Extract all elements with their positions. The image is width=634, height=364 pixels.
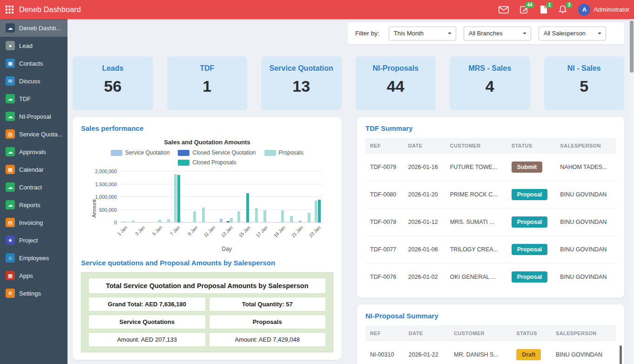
column-header-customer: CUSTOMER	[445, 138, 507, 154]
sidebar-item-settings[interactable]: ⚙Settings	[0, 284, 67, 302]
sidebar-item-ni-proposal[interactable]: ☁NI-Proposal	[0, 108, 67, 125]
sidebar-item-apps[interactable]: ▦Apps	[0, 267, 67, 284]
legend-item[interactable]: Proposals	[264, 149, 304, 156]
project-icon: ★	[6, 236, 15, 245]
kpi-card-ni-sales[interactable]: NI - Sales5	[544, 56, 625, 110]
compose-icon[interactable]: 44	[520, 5, 529, 14]
filter-select-salesperson[interactable]: All Salesperson	[539, 27, 606, 40]
chart-bar	[177, 175, 180, 222]
column-header-salesperson: SALESPERSON	[551, 325, 616, 341]
apps-grid-icon[interactable]	[6, 6, 13, 13]
notifications-badge: 3	[566, 2, 573, 8]
ni-proposal-icon: ☁	[6, 112, 15, 121]
chart-slot	[304, 171, 313, 222]
legend-label: Proposals	[279, 149, 304, 156]
chart-slot	[270, 171, 278, 222]
tdf-summary-title: TDF Summary	[365, 124, 616, 132]
page-scrollbar-thumb[interactable]	[630, 20, 634, 73]
legend-label: Closed Service Quotation	[192, 149, 256, 156]
kpi-card-service-quotation[interactable]: Service Quotation13	[261, 56, 342, 110]
kpi-label: TDF	[167, 64, 248, 73]
kpi-value: 56	[73, 77, 153, 95]
filter-select-period[interactable]: This Month	[389, 27, 456, 40]
table-scrollbar-thumb[interactable]	[620, 345, 622, 364]
cell-ref: TDF-0080	[365, 181, 404, 209]
sidebar-item-contacts[interactable]: ▣Contacts	[0, 54, 67, 72]
kpi-value: 44	[356, 77, 436, 95]
sidebar-item-label: Invoicing	[19, 219, 43, 226]
sidebar-item-label: Apps	[19, 272, 33, 279]
cell-customer: PRIME ROCK C...	[445, 181, 507, 209]
settings-icon: ⚙	[6, 289, 15, 298]
table-row[interactable]: TDF-00772026-01-06TRILOGY CREA...Proposa…	[365, 236, 616, 263]
cell-status: Proposal	[507, 263, 556, 291]
sidebar-item-discuss[interactable]: ✉Discuss	[0, 72, 67, 90]
dashboard-icon: ☁	[6, 23, 15, 33]
chart-slot	[278, 171, 287, 222]
legend-swatch	[178, 160, 189, 166]
kpi-card-ni-proposals[interactable]: NI-Proposals44	[356, 56, 436, 110]
table-row[interactable]: NI-003102026-01-22MR. DANISH S...DraftBI…	[365, 341, 616, 364]
sidebar-item-approvals[interactable]: ☁Approvals	[0, 143, 67, 161]
filter-select-branches[interactable]: All Branches	[464, 27, 531, 40]
sidebar-item-invoicing[interactable]: ▤Invoicing	[0, 214, 67, 231]
sidebar-menu: ☁Deneb Dashb...●Lead▣Contacts✉Discuss☁TD…	[0, 19, 67, 302]
chart-bar	[281, 210, 284, 222]
x-tick: 17 Jan	[261, 223, 270, 246]
sidebar-item-label: Contacts	[19, 60, 43, 67]
chart-y-axis-label: Amount	[91, 199, 97, 218]
sidebar-item-reports[interactable]: ☁Reports	[0, 196, 67, 214]
cell-date: 2026-01-06	[404, 236, 445, 263]
table-scrollbar[interactable]	[620, 345, 622, 364]
chart-plot: 0500,0001,000,0001,500,0002,000,000	[120, 171, 322, 222]
legend-item[interactable]: Closed Service Quotation	[178, 149, 256, 156]
table-row[interactable]: TDF-00792026-01-16FUTURE TOWE...SubmitNA…	[365, 154, 616, 181]
sidebar-item-lead[interactable]: ●Lead	[0, 37, 67, 54]
employees-icon: ☺	[6, 253, 15, 263]
legend-item[interactable]: Service Quotation	[111, 149, 169, 156]
legend-swatch	[264, 150, 276, 156]
sidebar-item-tdf[interactable]: ☁TDF	[0, 90, 67, 108]
x-tick: 3 Jan	[138, 223, 147, 246]
cell-salesperson: BINU GOVINDAN	[555, 236, 616, 263]
sidebar-item-employees[interactable]: ☺Employees	[0, 249, 67, 267]
documents-icon[interactable]: 1	[540, 5, 547, 14]
cell-customer: MR. DANISH S...	[449, 341, 512, 364]
page-scrollbar[interactable]	[629, 19, 634, 364]
table-row[interactable]: TDF-00762026-01-02OKI GENERAL ...Proposa…	[365, 263, 616, 291]
chart-slot	[261, 171, 270, 222]
user-menu[interactable]: A Administrator	[578, 4, 629, 16]
sidebar-item-calendar[interactable]: ▦Calendar	[0, 161, 67, 178]
chart-bar	[220, 219, 223, 222]
cell-date: 2026-01-02	[404, 263, 445, 291]
x-tick: 7 Jan	[173, 223, 182, 246]
filter-bar: Filter by: This MonthAll BranchesAll Sal…	[348, 22, 624, 44]
sidebar-item-service-quotation[interactable]: ▥Service Quota...	[0, 125, 67, 143]
column-header-status: STATUS	[512, 325, 551, 341]
chart-slot	[226, 171, 235, 222]
status-badge: Proposal	[512, 189, 548, 200]
notifications-bell-icon[interactable]: 3	[559, 5, 567, 14]
x-tick: 11 Jan	[208, 223, 217, 246]
cell-salesperson: BINU GOVINDAN	[555, 181, 616, 209]
kpi-row: Leads56TDF1Service Quotation13NI-Proposa…	[73, 56, 624, 110]
table-row[interactable]: TDF-00782026-01-12MRS. SUMATI ...Proposa…	[365, 209, 616, 236]
chart-bar	[246, 193, 249, 222]
legend-item[interactable]: Closed Proposals	[178, 159, 236, 166]
kpi-card-mrs-sales[interactable]: MRS - Sales4	[450, 56, 530, 110]
kpi-card-tdf[interactable]: TDF1	[167, 56, 248, 110]
sidebar-item-deneb-dashboard[interactable]: ☁Deneb Dashb...	[0, 19, 67, 37]
kpi-card-leads[interactable]: Leads56	[73, 56, 153, 110]
messages-icon[interactable]	[499, 6, 509, 13]
sidebar-item-label: Deneb Dashb...	[19, 25, 61, 32]
sidebar-item-contract[interactable]: ☁Contract	[0, 178, 67, 196]
calendar-icon: ▦	[6, 165, 15, 174]
chart-bar	[174, 174, 177, 223]
column-header-customer: CUSTOMER	[449, 325, 512, 341]
x-tick: 19 Jan	[278, 223, 287, 246]
table-row[interactable]: TDF-00802026-01-20PRIME ROCK C...Proposa…	[365, 181, 616, 209]
chart-bar	[315, 201, 317, 222]
kpi-value: 13	[261, 77, 342, 95]
sidebar-item-project[interactable]: ★Project	[0, 231, 67, 249]
x-tick: 9 Jan	[190, 223, 199, 246]
